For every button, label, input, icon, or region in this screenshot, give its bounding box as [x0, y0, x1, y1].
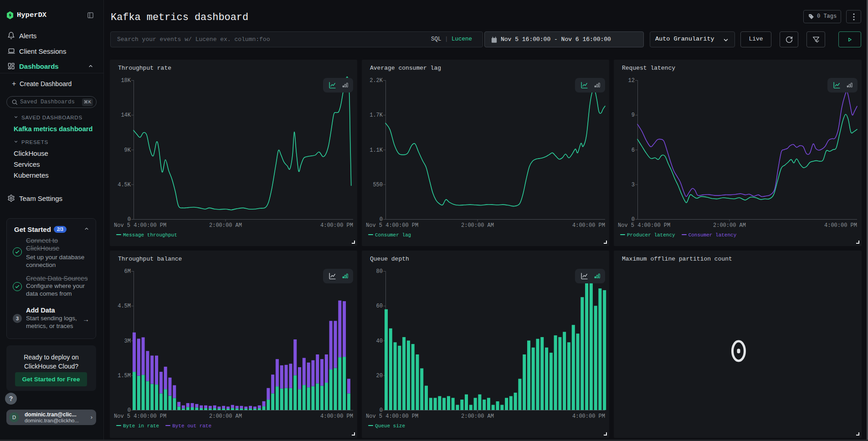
svg-text:20: 20: [376, 373, 383, 379]
svg-text:0: 0: [128, 407, 131, 414]
svg-text:0: 0: [128, 216, 131, 223]
svg-text:2:00:00 AM: 2:00:00 AM: [209, 222, 242, 229]
svg-text:2:00:00 AM: 2:00:00 AM: [461, 413, 494, 420]
svg-text:Nov 5 4:00:00 PM: Nov 5 4:00:00 PM: [366, 413, 418, 420]
svg-text:80: 80: [376, 268, 383, 275]
svg-text:4:00:00 PM: 4:00:00 PM: [572, 222, 605, 229]
svg-text:6: 6: [632, 147, 635, 154]
svg-text:14K: 14K: [121, 112, 131, 118]
svg-text:2:00:00 AM: 2:00:00 AM: [713, 222, 746, 229]
svg-text:9K: 9K: [124, 147, 131, 154]
svg-text:0: 0: [380, 407, 383, 414]
svg-text:4.5M: 4.5M: [118, 303, 131, 309]
svg-text:550: 550: [373, 182, 383, 188]
svg-text:18K: 18K: [121, 77, 131, 84]
svg-text:1.1K: 1.1K: [370, 147, 383, 154]
svg-text:9: 9: [632, 112, 635, 118]
svg-text:3M: 3M: [124, 338, 131, 344]
svg-text:12: 12: [628, 77, 635, 84]
svg-text:1.5M: 1.5M: [118, 373, 131, 379]
svg-text:60: 60: [376, 303, 383, 309]
svg-text:0: 0: [380, 216, 383, 223]
svg-text:3: 3: [632, 182, 635, 188]
svg-text:4:00:00 PM: 4:00:00 PM: [572, 413, 605, 420]
svg-text:2:00:00 AM: 2:00:00 AM: [461, 222, 494, 229]
svg-text:2:00:00 AM: 2:00:00 AM: [209, 413, 242, 420]
svg-text:6M: 6M: [124, 268, 131, 275]
svg-text:4.5K: 4.5K: [118, 182, 131, 188]
svg-text:4:00:00 PM: 4:00:00 PM: [824, 222, 857, 229]
svg-text:4:00:00 PM: 4:00:00 PM: [320, 222, 353, 229]
svg-text:2.2K: 2.2K: [370, 77, 383, 84]
svg-text:40: 40: [376, 338, 383, 344]
svg-text:0: 0: [632, 216, 635, 223]
svg-text:4:00:00 PM: 4:00:00 PM: [320, 413, 353, 420]
svg-text:Nov 5 4:00:00 PM: Nov 5 4:00:00 PM: [618, 222, 670, 229]
svg-text:Nov 5 4:00:00 PM: Nov 5 4:00:00 PM: [114, 413, 166, 420]
svg-text:Nov 5 4:00:00 PM: Nov 5 4:00:00 PM: [366, 222, 418, 229]
svg-text:Nov 5 4:00:00 PM: Nov 5 4:00:00 PM: [114, 222, 166, 229]
svg-text:1.7K: 1.7K: [370, 112, 383, 118]
